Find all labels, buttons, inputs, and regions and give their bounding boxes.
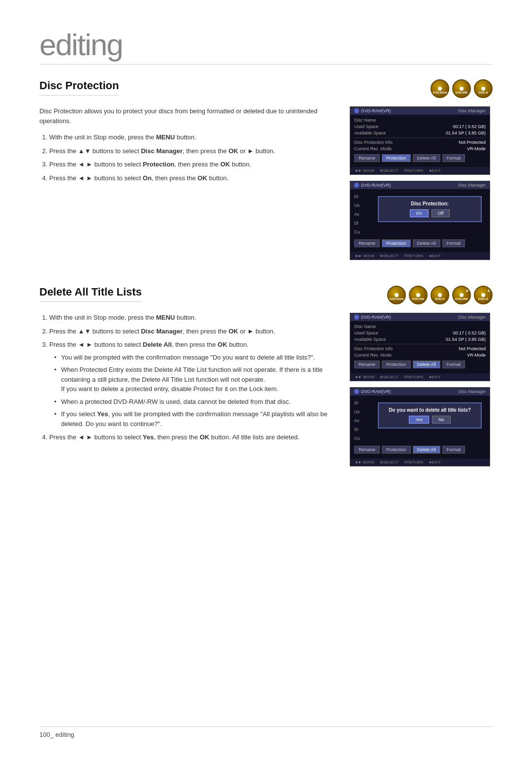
scr1-header-title: DVD-RAM(VR): [361, 108, 391, 113]
scr2-buttons: Rename Protection Delete All Format: [354, 239, 486, 247]
scr3-val-avail: 01.54 SP ( 3.85 GB): [446, 337, 486, 342]
delete-step-4: Press the ◄ ► buttons to select Yes, the…: [49, 432, 335, 442]
delete-step-2-bold: Disc Manager: [141, 328, 183, 335]
scr4-nav: ◄► MOVE ⊕SELECT ↺RETURN ◄EXIT: [350, 459, 490, 466]
scr2-nav-exit: ◄EXIT: [428, 254, 441, 258]
scr3-nav-select: ⊕SELECT: [380, 375, 399, 379]
bullet-3: When a protected DVD-RAM/-RW is used, da…: [54, 397, 335, 407]
disc-protection-heading: Disc Protection: [39, 79, 119, 96]
scr2-btn-deleteall: Delete All: [413, 239, 440, 247]
bullet-2: When Protected Entry exists the Delete A…: [54, 365, 335, 394]
delete-step-2-bold2: OK: [229, 328, 238, 335]
scr3-header-left: DVD-RAM(VR): [354, 315, 391, 320]
disc-icon-label-r: DVD-R: [479, 91, 488, 95]
bullet-4: If you select Yes, you will be prompted …: [54, 409, 335, 428]
step-4-bold2: OK: [198, 174, 207, 182]
dvd-r-label-2: DVD-R: [435, 297, 445, 301]
disc-protection-intro: Disc Protection allows you to protect yo…: [39, 106, 335, 126]
scr3-nav: ◄► MOVE ⊕SELECT ↺RETURN ◄EXIT: [350, 373, 490, 381]
disc-protection-screenshot-2: DVD-RAM(VR) Disc Manager Di Us Av Di Cu: [350, 181, 490, 260]
delete-step-3: Press the ◄ ► buttons to select Delete A…: [49, 340, 335, 428]
scr3-label-avail: Available Space: [354, 337, 386, 342]
delete-step-3-bold: Delete All: [143, 341, 172, 348]
scr4-dialog: Do you want to delete all title lists? Y…: [378, 402, 482, 428]
scr4-content-area: Di Us Av Di Cu Do you want to delete all…: [354, 398, 486, 443]
scr2-nav-select: ⊕SELECT: [380, 254, 399, 258]
scr3-label-prot: Disc Protection Info: [354, 346, 393, 351]
dvd-ram-icon-2: DVD-RAM: [387, 286, 406, 304]
step-4: Press the ◄ ► buttons to select On, then…: [49, 173, 335, 183]
disc-protection-section: Disc Protection DVD-RAM DVD-RW DVD-R Dis…: [39, 79, 493, 266]
step-3-bold2: OK: [220, 161, 230, 168]
scr3-nav-return: ↺RETURN: [403, 375, 423, 379]
scr1-header-icon: [354, 108, 359, 113]
scr1-body: Disc Name Used Space 00:17 ( 0.52 GB) Av…: [350, 115, 490, 167]
delete-step-4-bold2: OK: [200, 433, 209, 441]
scr1-nav-move: ◄► MOVE: [354, 168, 375, 173]
scr3-val-used: 00:17 ( 0.52 GB): [453, 330, 486, 335]
scr4-dialog-title: Do you want to delete all title lists?: [383, 407, 477, 413]
scr2-header: DVD-RAM(VR) Disc Manager: [350, 181, 490, 189]
scr3-header-title: DVD-RAM(VR): [361, 315, 391, 320]
scr4-header: DVD-RAM(VR) Disc Manager: [350, 388, 490, 395]
dvd-rw-label-2: DVD-RW: [412, 297, 425, 301]
scr3-header-icon: [354, 315, 359, 320]
delete-all-screenshot-2: DVD-RAM(VR) Disc Manager Di Us Av Di Cu: [350, 387, 490, 466]
scr2-nav-return: ↺RETURN: [403, 254, 423, 258]
scr3-label-recmode: Current Rec. Mode: [354, 353, 392, 358]
disc-protection-screens: DVD-RAM(VR) Disc Manager Disc Name Used …: [350, 106, 493, 266]
scr4-dialog-btn-yes: Yes: [409, 416, 429, 424]
scr4-btn-format: Format: [442, 446, 466, 454]
page-container: editing Disc Protection DVD-RAM DVD-RW D…: [0, 0, 532, 522]
scr3-btn-format: Format: [442, 361, 466, 368]
scr4-nav-select: ⊕SELECT: [380, 460, 399, 464]
scr4-dialog-buttons: Yes No: [383, 416, 477, 424]
bullet-1: You will be prompted with the confirmati…: [54, 353, 335, 363]
dvd-ram-label-2: DVD-RAM: [390, 297, 403, 301]
scr1-row-recmode: Current Rec. Mode VR-Mode: [354, 146, 486, 151]
scr2-dialog-btn-on: On: [410, 209, 429, 217]
step-3: Press the ◄ ► buttons to select Protecti…: [49, 160, 335, 169]
delete-all-content: With the unit in Stop mode, press the ME…: [39, 313, 493, 472]
scr1-val-used: 00:17 ( 0.52 GB): [453, 124, 486, 129]
delete-all-text: With the unit in Stop mode, press the ME…: [39, 313, 335, 472]
scr1-nav-return: ↺RETURN: [403, 168, 423, 173]
delete-all-header: Delete All Title Lists DVD-RAM DVD-RW DV…: [39, 286, 493, 311]
dvd-r-icon-2: DVD-R: [431, 286, 449, 304]
scr1-row-avail: Available Space 01.54 SP ( 3.85 GB): [354, 131, 486, 135]
scr4-btn-deleteall: Delete All: [413, 446, 440, 454]
scr3-nav-move: ◄► MOVE: [354, 375, 375, 379]
scr2-header-icon: [354, 183, 359, 188]
delete-step-2: Press the ▲▼ buttons to select Disc Mana…: [49, 327, 335, 336]
scr1-row-used: Used Space 00:17 ( 0.52 GB): [354, 124, 486, 129]
delete-all-heading: Delete All Title Lists: [39, 286, 142, 302]
scr4-buttons: Rename Protection Delete All Format: [354, 446, 486, 454]
step-1: With the unit in Stop mode, press the ME…: [49, 132, 335, 142]
disc-protection-header: Disc Protection DVD-RAM DVD-RW DVD-R: [39, 79, 493, 104]
scr3-divider: [354, 344, 486, 344]
disc-icons-row-protection: DVD-RAM DVD-RW DVD-R: [431, 79, 493, 98]
scr3-header-right: Disc Manager: [458, 315, 486, 320]
scr3-row-used: Used Space 00:17 ( 0.52 GB): [354, 330, 486, 335]
scr1-btn-protection: Protection: [382, 154, 411, 162]
scr1-label-recmode: Current Rec. Mode: [354, 146, 392, 151]
scr1-row-discname: Disc Name: [354, 118, 486, 123]
dvd-plusr-label: DVD+R: [478, 297, 489, 301]
disc-protection-screenshot-1: DVD-RAM(VR) Disc Manager Disc Name Used …: [350, 106, 490, 175]
scr2-body: Di Us Av Di Cu Disc Protection:: [350, 189, 490, 252]
scr4-dialog-btn-no: No: [432, 416, 451, 424]
scr3-row-prot: Disc Protection Info Not Protected: [354, 346, 486, 351]
delete-all-steps: With the unit in Stop mode, press the ME…: [39, 313, 335, 442]
disc-icons-row-delete: DVD-RAM DVD-RW DVD-R + DVD+RW + DVD+R: [387, 286, 493, 304]
scr1-nav-select: ⊕SELECT: [380, 168, 399, 173]
dvd-plusr-plus: +: [487, 288, 490, 294]
dvd-plusrw-icon: + DVD+RW: [452, 286, 471, 304]
scr2-btn-format: Format: [442, 239, 466, 247]
scr2-header-left: DVD-RAM(VR): [354, 183, 391, 188]
scr1-label-prot: Disc Protection Info: [354, 140, 393, 145]
scr3-buttons: Rename Protection Delete All Format: [354, 361, 486, 368]
scr2-header-title: DVD-RAM(VR): [361, 183, 391, 188]
scr1-val-avail: 01.54 SP ( 3.85 GB): [446, 131, 486, 135]
scr3-label-discname: Disc Name: [354, 324, 376, 329]
scr3-nav-exit: ◄EXIT: [428, 375, 441, 379]
